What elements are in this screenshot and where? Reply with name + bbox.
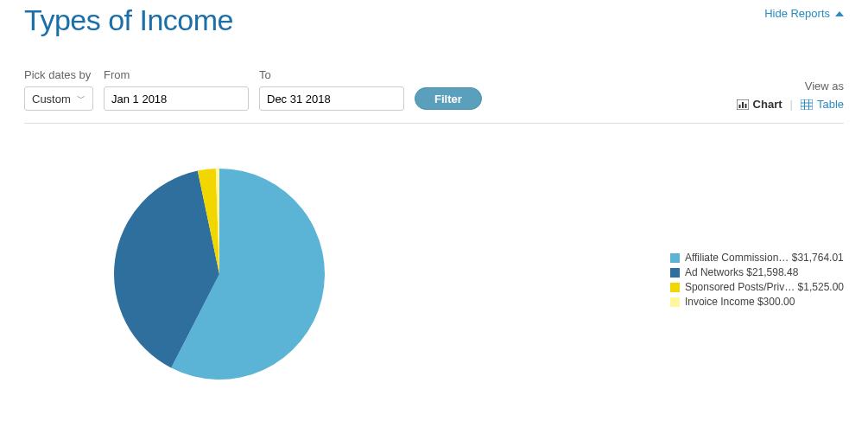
legend-label: Invoice Income $300.00	[685, 296, 795, 308]
caret-up-icon	[835, 11, 844, 16]
pick-dates-select[interactable]: Custom ﹀	[24, 86, 93, 111]
legend-swatch	[670, 297, 680, 307]
viewas-chart[interactable]: Chart	[737, 98, 782, 111]
legend-swatch	[670, 268, 680, 278]
chevron-down-icon: ﹀	[77, 93, 86, 105]
chart-icon	[737, 99, 749, 110]
legend-item[interactable]: Affiliate Commission… $31,764.01	[670, 252, 844, 264]
pick-dates-value: Custom	[32, 93, 71, 105]
legend-item[interactable]: Sponsored Posts/Priv… $1,525.00	[670, 281, 844, 293]
to-label: To	[259, 68, 404, 81]
svg-rect-2	[742, 102, 744, 108]
svg-rect-4	[801, 99, 813, 110]
chart-legend: Affiliate Commission… $31,764.01Ad Netwo…	[670, 252, 844, 310]
legend-label: Ad Networks $21,598.48	[685, 266, 798, 278]
legend-label: Sponsored Posts/Priv… $1,525.00	[685, 281, 844, 293]
filter-bar: Pick dates by Custom ﹀ From To Filter Vi…	[24, 68, 844, 124]
from-date-input[interactable]	[104, 86, 249, 111]
pick-dates-label: Pick dates by	[24, 68, 93, 81]
hide-reports-toggle[interactable]: Hide Reports	[764, 7, 844, 20]
legend-label: Affiliate Commission… $31,764.01	[685, 252, 844, 264]
svg-rect-3	[744, 104, 746, 108]
viewas-separator: |	[790, 98, 793, 111]
hide-reports-label: Hide Reports	[764, 7, 830, 20]
legend-item[interactable]: Ad Networks $21,598.48	[670, 266, 844, 278]
legend-item[interactable]: Invoice Income $300.00	[670, 296, 844, 308]
table-icon	[801, 99, 813, 110]
filter-button[interactable]: Filter	[415, 87, 482, 110]
viewas-table[interactable]: Table	[801, 98, 844, 111]
legend-swatch	[670, 283, 680, 292]
legend-swatch	[670, 253, 680, 263]
viewas-chart-label: Chart	[753, 98, 782, 111]
to-date-input[interactable]	[259, 86, 404, 111]
from-label: From	[104, 68, 249, 81]
svg-rect-1	[738, 105, 740, 108]
page-title: Types of Income	[24, 3, 233, 37]
viewas-label: View as	[805, 80, 844, 93]
pie-chart	[112, 167, 326, 381]
viewas-table-label: Table	[817, 98, 844, 111]
